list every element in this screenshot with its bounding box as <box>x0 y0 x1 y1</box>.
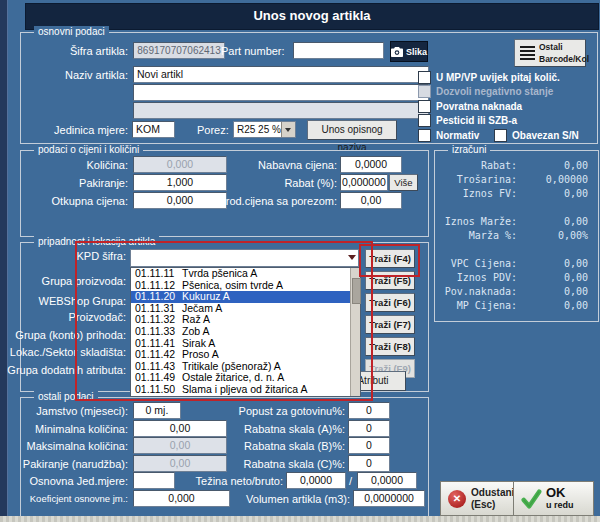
scrollbar-thumb[interactable] <box>352 278 361 304</box>
izracuni-label-1: Rabat: <box>436 160 517 171</box>
izracuni-label-8: Pov.naknada: <box>436 286 517 297</box>
list-item-name: Proso A <box>182 349 219 360</box>
checkbox-5[interactable] <box>418 129 431 142</box>
volumen-field[interactable]: 0,0000000 <box>353 490 425 507</box>
ostali-right-field-3[interactable]: 0 <box>348 437 390 454</box>
ostali-right-field-2[interactable]: 0 <box>348 420 390 437</box>
list-item-01.11.42[interactable]: 01.11.42Proso A <box>131 349 351 361</box>
izracuni-value-3: 0,00 <box>520 188 588 199</box>
pripadnost-row-label-7: Grupa dodatnih atributa: <box>0 364 126 376</box>
naziv-artikla-field-3 <box>133 102 429 119</box>
list-item-01.11.41[interactable]: 01.11.41Sirak A <box>131 338 351 350</box>
cijena-right-field-2[interactable]: 0,000000 <box>340 174 388 191</box>
trazi-button-f6[interactable]: Traži (F6) <box>365 293 415 312</box>
list-item-code: 01.11.20 <box>135 291 182 303</box>
tezina-separator: / <box>349 475 352 487</box>
ostali-right-label-3: Rabatna skala (B)%: <box>150 440 345 452</box>
jedinica-mjere-label: Jedinica mjere: <box>0 124 128 136</box>
ok-button-line1: OK <box>546 487 566 499</box>
list-item-01.11.32[interactable]: 01.11.32Raž A <box>131 314 351 326</box>
list-item-code: 01.11.11 <box>135 268 182 280</box>
list-item-name: Zob A <box>182 326 209 337</box>
checkbox-label-6: Obavezan S/N <box>512 130 579 141</box>
list-item-01.11.33[interactable]: 01.11.33Zob A <box>131 326 351 338</box>
barcode-icon <box>520 46 535 60</box>
chevron-down-icon[interactable] <box>348 255 356 260</box>
checkbox-1[interactable] <box>418 71 431 84</box>
izracuni-value-1: 0,00 <box>520 160 588 171</box>
pripadnost-row-label-5: Grupa (konto) prihoda: <box>0 329 126 341</box>
camera-icon <box>391 47 403 57</box>
group-izracuni-label: izračuni <box>448 144 490 155</box>
izracuni-label-4: Iznos Marže: <box>436 216 517 227</box>
ok-check-icon <box>520 489 542 509</box>
unos-opisnog-naziva-button[interactable]: Unos opisnog naziva <box>307 120 397 140</box>
group-pripadnost-label: pripadnost i lokacija artikla <box>34 236 159 247</box>
izracuni-value-9: 0,00 <box>520 300 588 311</box>
sifra-artikla-label: Šifra artikla: <box>0 45 128 57</box>
list-item-name: Slama i pljeva od žitarica A <box>182 384 307 395</box>
slika-button[interactable]: Slika <box>390 41 428 62</box>
kpd-dropdown-list: 01.11.11Tvrda pšenica A01.11.12Pšenica, … <box>130 267 361 397</box>
checkbox-3[interactable] <box>418 100 431 113</box>
dialog-title-bar: Unos novog artikla <box>25 3 599 30</box>
naziv-artikla-field-1[interactable]: Novi artikl <box>133 66 429 83</box>
list-item-01.11.43[interactable]: 01.11.43Tritikale (pšenoraž) A <box>131 361 351 373</box>
ostali-right-field-4[interactable]: 0 <box>348 455 390 472</box>
naziv-artikla-field-2[interactable] <box>133 84 429 101</box>
part-number-label: Part number: <box>221 45 285 57</box>
dropdown-arrow-icon[interactable] <box>281 122 295 137</box>
list-item-name: Kukuruz A <box>182 291 230 302</box>
cijena-right-label-3: Prod.cijena sa porezom: <box>150 195 337 207</box>
cijena-right-field-3[interactable]: 0,00 <box>340 192 402 209</box>
checkbox-row-4: Pesticid ili SZB-a <box>418 114 517 127</box>
porez-select[interactable]: R25 25 % <box>233 121 296 138</box>
list-item-name: Pšenica, osim tvrde A <box>182 280 283 291</box>
izracuni-value-8: 0,00 <box>520 286 588 297</box>
checkbox-6[interactable] <box>494 129 507 142</box>
pripadnost-row-label-3: WEBShop Grupa: <box>0 295 126 307</box>
ostali-left-label-1: Jamstvo (mjeseci): <box>0 405 128 417</box>
pripadnost-row-label-6: Lokac./Sektor skladišta: <box>0 346 126 358</box>
cijena-right-label-2: Rabat (%): <box>150 177 337 189</box>
ostali-left-label-3: Maksimalna količina: <box>0 440 128 452</box>
pripadnost-row-label-1: KPD šifra: <box>0 250 126 262</box>
tezina-neto-field[interactable]: 0,0000 <box>286 472 346 489</box>
kpd-sifra-combobox[interactable] <box>130 249 359 267</box>
list-item-01.11.20[interactable]: 01.11.20Kukuruz A <box>131 291 351 303</box>
dropdown-scrollbar[interactable] <box>350 268 360 396</box>
list-item-name: Tvrda pšenica A <box>182 268 257 279</box>
ok-button[interactable]: OK u redu <box>513 481 594 516</box>
checkbox-label-5: Normativ <box>436 130 479 141</box>
list-item-01.11.49[interactable]: 01.11.49Ostale žitarice, d. n. A <box>131 372 351 384</box>
cijena-right-label-1: Nabavna cijena: <box>150 159 337 171</box>
trazi-button-f4[interactable]: Traži (F4) <box>365 249 415 268</box>
ostali-left-label-2: Minimalna količina: <box>0 423 128 435</box>
ostali-right-field-1[interactable]: 0 <box>348 402 390 419</box>
checkbox-4[interactable] <box>418 114 431 127</box>
list-item-01.11.50[interactable]: 01.11.50Slama i pljeva od žitarica A <box>131 384 351 396</box>
izracuni-value-7: 0,00 <box>520 272 588 283</box>
checkbox-row-2: Dozvoli negativno stanje <box>418 85 553 98</box>
trazi-button-f5[interactable]: Traži (F5) <box>365 271 415 290</box>
vise-button[interactable]: Više <box>389 174 418 191</box>
cancel-button[interactable]: ✕ Odustani (Esc) <box>440 481 514 516</box>
list-item-01.11.11[interactable]: 01.11.11Tvrda pšenica A <box>131 268 351 280</box>
part-number-field[interactable] <box>293 42 384 59</box>
ostali-barcode-button[interactable]: Ostali Barcode/Kol <box>514 39 586 67</box>
ostali-right-label-1: Popust za gotovinu%: <box>150 405 345 417</box>
jedinica-mjere-field[interactable]: KOM <box>132 121 175 138</box>
trazi-button-f8[interactable]: Traži (F8) <box>365 337 415 356</box>
group-osnovni-label: osnovni podaci <box>34 26 109 37</box>
cancel-x-icon: ✕ <box>448 490 466 508</box>
checkbox-2 <box>418 85 431 98</box>
tezina-bruto-field[interactable]: 0,0000 <box>357 472 417 489</box>
dialog-title: Unos novog artikla <box>26 4 598 28</box>
cijena-right-field-1[interactable]: 0,0000 <box>340 156 402 173</box>
checkbox-label-3: Povratna naknada <box>436 101 522 112</box>
list-item-01.11.31[interactable]: 01.11.31Ječam A <box>131 303 351 315</box>
trazi-button-f7[interactable]: Traži (F7) <box>365 315 415 334</box>
ostali-right-label-4: Rabatna skala (C)%: <box>150 458 345 470</box>
kpd-dropdown-items: 01.11.11Tvrda pšenica A01.11.12Pšenica, … <box>131 268 351 396</box>
list-item-01.11.12[interactable]: 01.11.12Pšenica, osim tvrde A <box>131 280 351 292</box>
